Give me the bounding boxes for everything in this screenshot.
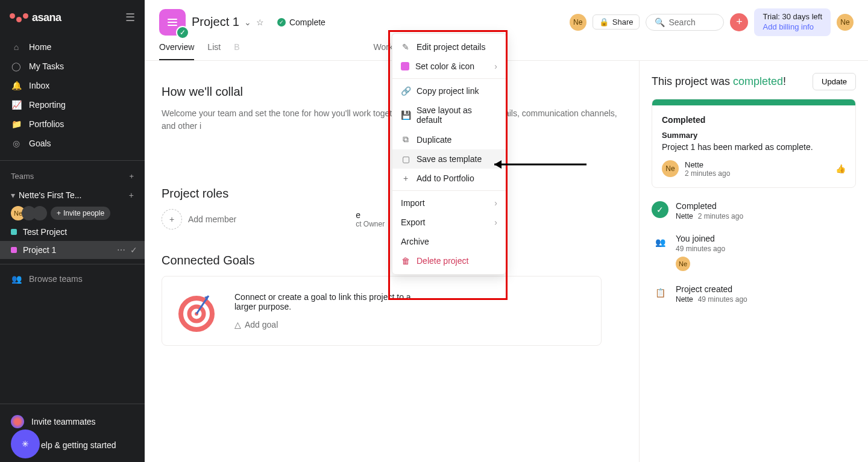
menu-duplicate[interactable]: ⧉Duplicate (392, 130, 506, 149)
tab-overview[interactable]: Overview (159, 42, 194, 60)
add-team-icon[interactable]: + (129, 172, 134, 181)
project-name: Project 1 (23, 245, 56, 255)
menu-add-portfolio[interactable]: +Add to Portfolio (392, 169, 506, 188)
status-chip[interactable]: ✓ Complete (277, 17, 326, 27)
menu-save-layout[interactable]: 💾Save layout as default (392, 101, 506, 130)
project-actions-menu: ✎Edit project details Set color & icon› … (392, 33, 506, 275)
author-time: 2 minutes ago (685, 169, 730, 178)
invite-label: Invite people (63, 209, 104, 217)
project-color-swatch (11, 229, 17, 235)
chevron-right-icon: › (494, 61, 497, 71)
help-getting-started[interactable]: ✳ elp & getting started (0, 434, 145, 456)
share-button[interactable]: 🔒Share (593, 14, 640, 30)
home-icon: ⌂ (11, 42, 22, 52)
member-avatar[interactable]: Ne (570, 14, 587, 31)
status-card[interactable]: Completed Summary Project 1 has been mar… (652, 99, 856, 188)
more-icon[interactable]: ⋯ (117, 245, 125, 255)
menu-copy-link[interactable]: 🔗Copy project link (392, 81, 506, 101)
add-member-button[interactable]: + Add member (162, 209, 236, 229)
status-label: Complete (289, 17, 326, 27)
timeline-item-completed[interactable]: ✓ Completed Nette2 minutes ago (652, 201, 856, 220)
goals-description: Connect or create a goal to link this pr… (234, 292, 427, 311)
trash-icon: 🗑 (401, 256, 410, 266)
status-panel-title: This project was completed! (652, 75, 786, 88)
sidebar-project-test[interactable]: Test Project (0, 223, 145, 241)
nav-goals[interactable]: ◎Goals (0, 134, 145, 153)
add-project-icon[interactable]: + (129, 190, 134, 200)
menu-edit-details[interactable]: ✎Edit project details (392, 37, 506, 57)
team-avatar-stack[interactable]: Ne +Invite people (0, 204, 145, 223)
add-goal-button[interactable]: △Add goal (234, 320, 427, 329)
save-icon: 💾 (401, 110, 410, 120)
timeline-title: Completed (676, 201, 743, 211)
clipboard-icon: 📋 (652, 284, 668, 301)
author-name: Nette (685, 160, 730, 169)
timeline-title: You joined (676, 234, 725, 243)
collapse-sidebar-icon[interactable]: ☰ (125, 11, 135, 24)
menu-label: Delete project (417, 256, 468, 266)
user-avatar[interactable]: Ne (837, 14, 854, 31)
collab-description[interactable]: Welcome your team and set the tone for h… (162, 107, 620, 133)
timeline-who: Nette (676, 295, 693, 304)
timeline-who: Nette (676, 212, 693, 220)
menu-label: Import (401, 198, 425, 208)
chevron-right-icon: › (494, 198, 497, 208)
goals-card: Connect or create a goal to link this pr… (162, 276, 602, 346)
team-name: Nette's First Te... (19, 190, 81, 200)
nav-inbox[interactable]: 🔔Inbox (0, 76, 145, 95)
nav-reporting[interactable]: 📈Reporting (0, 95, 145, 114)
project-title[interactable]: Project 1 (192, 15, 239, 29)
menu-import[interactable]: Import› (392, 193, 506, 213)
like-icon[interactable]: 👍 (835, 164, 846, 173)
chevron-right-icon: › (494, 217, 497, 227)
menu-set-color[interactable]: Set color & icon› (392, 57, 506, 76)
project-menu-chevron[interactable]: ⌄ (244, 17, 251, 27)
menu-archive[interactable]: Archive (392, 232, 506, 251)
check-icon: ✓ (130, 245, 137, 255)
nav-home[interactable]: ⌂Home (0, 37, 145, 57)
team-row[interactable]: ▾Nette's First Te... + (0, 187, 145, 204)
nav-my-tasks[interactable]: ◯My Tasks (0, 57, 145, 76)
global-create-button[interactable]: + (730, 13, 748, 31)
tab-list[interactable]: List (207, 42, 221, 60)
timeline-item-created[interactable]: 📋 Project created Nette49 minutes ago (652, 284, 856, 304)
help-icon: ✳ (11, 429, 40, 458)
goal-icon: △ (234, 320, 241, 329)
add-billing-link[interactable]: Add billing info (763, 22, 822, 33)
project-name: Test Project (23, 227, 67, 237)
timeline-item-joined[interactable]: 👥 You joined 49 minutes ago Ne (652, 234, 856, 271)
target-illustration (175, 290, 218, 332)
menu-label: Duplicate (417, 135, 451, 145)
update-status-button[interactable]: Update (813, 73, 856, 90)
star-icon[interactable]: ☆ (256, 17, 264, 27)
list-icon (166, 16, 178, 28)
trial-banner[interactable]: Trial: 30 days left Add billing info (754, 8, 831, 36)
timeline-when: 2 minutes ago (698, 212, 743, 220)
nav-label: Portfolios (29, 119, 64, 129)
menu-label: Save layout as default (417, 105, 497, 125)
timeline-title: Project created (676, 284, 747, 294)
main: ✓ Project 1 ⌄ ☆ ✓ Complete Ne 🔒Share 🔍Se… (145, 0, 868, 462)
sidebar-project-1[interactable]: Project 1 ⋯✓ (0, 241, 145, 259)
search-icon: 🔍 (655, 17, 665, 27)
menu-save-template[interactable]: ▢Save as template (392, 149, 506, 169)
asana-logo[interactable]: asana (10, 11, 61, 24)
project-color-swatch (11, 247, 17, 253)
menu-delete-project[interactable]: 🗑Delete project (392, 251, 506, 270)
nav-portfolios[interactable]: 📁Portfolios (0, 114, 145, 134)
plus-icon: + (57, 209, 61, 217)
menu-export[interactable]: Export› (392, 213, 506, 232)
project-status-panel: This project was completed! Update Compl… (639, 61, 868, 462)
avatar-placeholder (33, 206, 47, 220)
folder-icon: 📁 (11, 119, 22, 129)
search-input[interactable]: 🔍Search (646, 14, 724, 31)
share-label: Share (612, 17, 634, 27)
author-avatar: Ne (662, 160, 679, 177)
project-icon[interactable]: ✓ (159, 9, 186, 36)
menu-label: Add to Portfolio (417, 173, 474, 183)
browse-teams[interactable]: 👥 Browse teams (0, 269, 145, 289)
invite-teammates-label: Invite teammates (31, 417, 96, 426)
invite-people-button[interactable]: +Invite people (51, 207, 110, 220)
tab-obscured[interactable]: B (234, 42, 239, 60)
project-owner[interactable]: e ct Owner (356, 210, 385, 228)
